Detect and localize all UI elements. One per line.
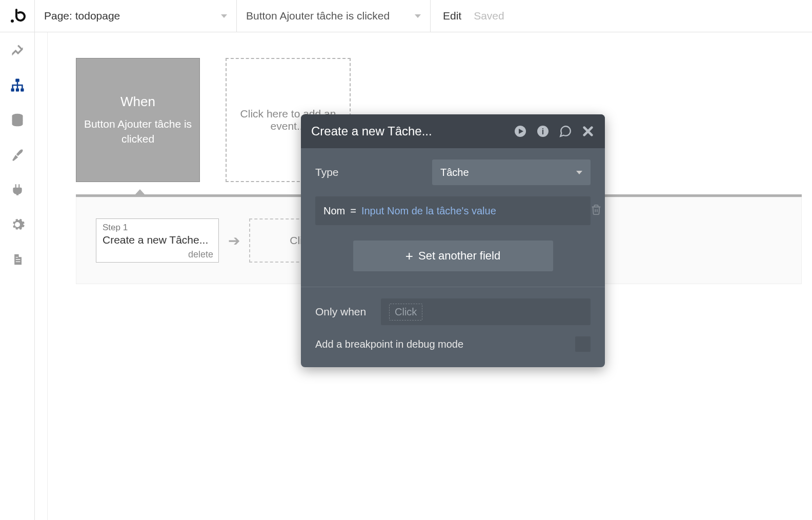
- trash-icon[interactable]: [591, 204, 602, 218]
- step-delete-link[interactable]: delete: [188, 249, 213, 260]
- workflow-dropdown-label: Button Ajouter tâche is clicked: [246, 10, 390, 22]
- left-sidebar: [0, 32, 35, 520]
- field-value-expression: Input Nom de la tâche's value: [361, 205, 496, 217]
- type-label: Type: [315, 166, 432, 178]
- panel-title: Create a new Tâche...: [311, 124, 432, 138]
- event-trigger-card[interactable]: When Button Ajouter tâche is clicked: [76, 58, 200, 182]
- chevron-down-icon: [221, 14, 227, 18]
- only-when-row: Only when Click: [315, 298, 591, 325]
- canvas-inner: When Button Ajouter tâche is clicked Cli…: [47, 32, 812, 520]
- logs-tab-icon[interactable]: [10, 252, 25, 267]
- step-title: Create a new Tâche...: [103, 234, 212, 246]
- type-row: Type Tâche: [315, 159, 591, 185]
- event-when-label: When: [120, 94, 155, 110]
- plus-icon: +: [405, 248, 413, 264]
- only-when-input[interactable]: Click: [381, 298, 591, 325]
- workflow-dropdown[interactable]: Button Ajouter tâche is clicked: [237, 0, 431, 32]
- top-header: Page: todopage Button Ajouter tâche is c…: [0, 0, 812, 32]
- page-dropdown[interactable]: Page: todopage: [35, 0, 237, 32]
- chevron-down-icon: [415, 14, 421, 18]
- plugins-tab-icon[interactable]: [10, 182, 25, 197]
- only-when-placeholder: Click: [389, 304, 422, 321]
- svg-rect-4: [21, 88, 24, 91]
- styles-tab-icon[interactable]: [10, 147, 25, 163]
- app-logo[interactable]: [0, 0, 35, 32]
- breakpoint-checkbox[interactable]: [575, 336, 591, 352]
- arrow-right-icon: ➔: [228, 232, 240, 249]
- workflow-tab-icon[interactable]: [10, 77, 25, 93]
- close-icon[interactable]: [581, 125, 595, 138]
- panel-header-icons: i: [514, 125, 595, 138]
- design-tab-icon[interactable]: [10, 43, 25, 58]
- set-another-label: Set another field: [418, 249, 500, 263]
- comment-icon[interactable]: [559, 125, 572, 138]
- panel-divider: [301, 287, 605, 287]
- steps-pointer: [135, 189, 145, 195]
- step-number-label: Step 1: [103, 223, 212, 233]
- set-another-field-button[interactable]: + Set another field: [353, 241, 553, 271]
- page-dropdown-label: Page: todopage: [44, 10, 120, 22]
- workflow-canvas: When Button Ajouter tâche is clicked Cli…: [35, 32, 812, 520]
- field-equals: =: [350, 205, 356, 217]
- data-tab-icon[interactable]: [10, 112, 25, 128]
- info-icon[interactable]: i: [536, 125, 550, 138]
- svg-text:i: i: [542, 127, 544, 136]
- field-name: Nom: [323, 205, 345, 217]
- svg-point-0: [11, 19, 14, 23]
- step-card[interactable]: Step 1 Create a new Tâche... delete: [96, 218, 219, 263]
- bubble-logo-icon: [9, 8, 26, 24]
- play-icon[interactable]: [514, 125, 527, 138]
- settings-tab-icon[interactable]: [10, 217, 25, 232]
- panel-body: Type Tâche Nom = Input Nom de la tâche's…: [301, 148, 605, 367]
- svg-rect-3: [15, 88, 18, 91]
- header-actions: Edit Saved: [431, 0, 517, 32]
- chevron-down-icon: [576, 171, 582, 174]
- field-assignment[interactable]: Nom = Input Nom de la tâche's value: [315, 196, 591, 225]
- edit-link[interactable]: Edit: [443, 10, 461, 22]
- event-description: Button Ajouter tâche is clicked: [83, 117, 193, 146]
- panel-header[interactable]: Create a new Tâche... i: [301, 114, 605, 148]
- svg-rect-2: [11, 88, 14, 91]
- saved-status: Saved: [474, 10, 504, 22]
- property-panel: Create a new Tâche... i Type Tâche: [301, 114, 605, 367]
- breakpoint-label: Add a breakpoint in debug mode: [315, 338, 463, 350]
- only-when-label: Only when: [315, 306, 381, 318]
- svg-rect-1: [15, 79, 19, 82]
- breakpoint-row: Add a breakpoint in debug mode: [315, 336, 591, 352]
- type-value: Tâche: [440, 167, 469, 178]
- type-select[interactable]: Tâche: [432, 159, 591, 185]
